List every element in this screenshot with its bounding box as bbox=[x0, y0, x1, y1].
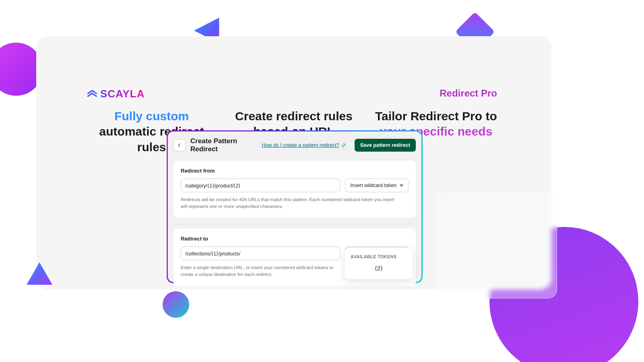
app-panel-border: Create Pattern Redirect How do I create … bbox=[167, 130, 423, 283]
brand-icon bbox=[87, 88, 98, 100]
arrow-left-icon bbox=[177, 142, 182, 148]
redirect-from-label: Redirect from bbox=[181, 168, 409, 174]
decorative-triangle bbox=[23, 256, 56, 288]
caret-down-icon bbox=[400, 184, 403, 187]
popover-token-option[interactable]: ⟨2⟩ bbox=[351, 265, 407, 272]
wildcard-popover: AVAILABLE TOKENS ⟨2⟩ bbox=[345, 248, 413, 279]
section-divider bbox=[175, 224, 414, 224]
redirect-to-helper: Enter a single destination URL, or inser… bbox=[181, 264, 342, 278]
svg-marker-1 bbox=[400, 184, 403, 186]
redirect-from-section: Redirect from Insert wildcard token Redi… bbox=[173, 160, 416, 218]
popover-title: AVAILABLE TOKENS bbox=[351, 254, 407, 259]
brand-logo: SCAYLA bbox=[87, 88, 145, 100]
brand-name: SCAYLA bbox=[100, 88, 145, 100]
decorative-circle-small bbox=[163, 291, 189, 318]
redirect-from-helper: Redirects will be created for 404 URLs t… bbox=[181, 196, 398, 210]
dropdown-label: Insert wildcard token bbox=[350, 183, 396, 188]
panel-title: Create Pattern Redirect bbox=[190, 137, 257, 153]
back-button[interactable] bbox=[173, 139, 186, 151]
decorative-glass-card bbox=[436, 193, 557, 298]
redirect-to-section: Redirect to Insert wildcard token Enter … bbox=[173, 228, 416, 286]
panel-header: Create Pattern Redirect How do I create … bbox=[173, 136, 416, 158]
product-name: Redirect Pro bbox=[440, 88, 497, 99]
help-link[interactable]: How do I create a pattern redirect? bbox=[262, 142, 345, 148]
redirect-to-label: Redirect to bbox=[181, 236, 409, 242]
redirect-from-input[interactable] bbox=[181, 179, 340, 192]
help-link-label: How do I create a pattern redirect? bbox=[262, 142, 339, 148]
external-link-icon bbox=[341, 143, 346, 148]
insert-wildcard-from-button[interactable]: Insert wildcard token bbox=[345, 179, 409, 192]
save-pattern-redirect-button[interactable]: Save pattern redirect bbox=[355, 139, 416, 152]
svg-marker-3 bbox=[27, 262, 52, 285]
redirect-to-input[interactable] bbox=[181, 247, 340, 260]
app-panel: Create Pattern Redirect How do I create … bbox=[168, 132, 421, 282]
